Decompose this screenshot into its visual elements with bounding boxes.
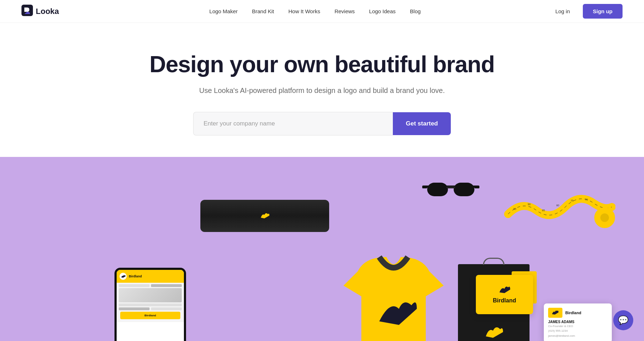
product-tape-measure: 95 90 85 80 75 70 xyxy=(501,186,615,230)
tablet-footer-brand: Birdland xyxy=(120,312,180,319)
svg-rect-6 xyxy=(474,187,479,188)
nav-reviews[interactable]: Reviews xyxy=(335,8,355,14)
tablet-content-image xyxy=(119,288,182,302)
bag-bird-icon xyxy=(483,325,504,341)
svg-rect-2 xyxy=(427,183,448,196)
nav-brand-kit[interactable]: Brand Kit xyxy=(252,8,274,14)
product-tshirt xyxy=(343,250,444,341)
bizcard-bird-icon xyxy=(551,310,559,316)
tape-measure-svg: 95 90 85 80 75 70 xyxy=(501,186,615,228)
content-block-2 xyxy=(151,284,182,287)
bizcard-details: Co-Founder & CEO (415) 555-1234 james@bi… xyxy=(548,324,608,338)
content-block-5 xyxy=(151,307,182,310)
bag-handle xyxy=(483,258,504,265)
tablet-content: Birdland xyxy=(117,283,184,322)
bizcard-header: Birdland xyxy=(548,308,608,318)
hero-subtitle: Use Looka's AI-powered platform to desig… xyxy=(7,87,637,95)
yellow-card-bird-icon xyxy=(498,285,511,295)
looka-logo-icon xyxy=(21,5,33,18)
hero-form: Get started xyxy=(193,112,451,135)
get-started-button[interactable]: Get started xyxy=(393,112,451,135)
hero-section: Design your own beautiful brand Use Look… xyxy=(0,23,644,157)
svg-rect-4 xyxy=(447,186,455,188)
tablet-row-2 xyxy=(119,303,182,306)
brand-logo[interactable]: Looka xyxy=(21,5,59,18)
company-name-input[interactable] xyxy=(193,112,393,135)
content-block-1 xyxy=(119,284,150,287)
showcase-section: Birdland Birdland xyxy=(0,157,644,341)
tablet-bird-icon xyxy=(119,273,127,280)
navbar-actions: Log in Sign up xyxy=(550,4,623,19)
svg-rect-5 xyxy=(422,187,427,188)
svg-text:85: 85 xyxy=(542,209,545,212)
tshirt-svg xyxy=(343,250,444,341)
bizcard-person-name: JAMES ADAMS xyxy=(548,320,608,324)
roll-bird-icon xyxy=(259,212,270,220)
nav-how-it-works[interactable]: How It Works xyxy=(288,8,320,14)
content-block-4 xyxy=(119,307,150,310)
nav-blog[interactable]: Blog xyxy=(410,8,421,14)
product-roll: Birdland xyxy=(200,200,329,232)
product-yellow-card: Birdland xyxy=(476,275,533,314)
products-container: Birdland Birdland xyxy=(0,157,644,341)
svg-text:70: 70 xyxy=(585,198,588,201)
tablet-screen: Birdland Birdland xyxy=(117,270,184,341)
hero-title: Design your own beautiful brand xyxy=(7,51,637,78)
svg-text:80: 80 xyxy=(556,204,559,207)
sunglasses-svg xyxy=(422,178,479,200)
bizcard-email: james@birdland.com xyxy=(548,334,575,337)
nav-logo-ideas[interactable]: Logo Ideas xyxy=(369,8,396,14)
chat-icon: 💬 xyxy=(618,315,629,325)
login-button[interactable]: Log in xyxy=(550,5,576,17)
bizcard-brand-name: Birdland xyxy=(565,311,581,315)
yellow-card-brand-name: Birdland xyxy=(493,297,516,304)
bizcard-person-info: JAMES ADAMS Co-Founder & CEO (415) 555-1… xyxy=(548,320,608,338)
svg-text:90: 90 xyxy=(528,203,531,206)
svg-text:75: 75 xyxy=(571,199,574,202)
navbar: Looka Logo Maker Brand Kit How It Works … xyxy=(0,0,644,23)
svg-text:95: 95 xyxy=(513,208,516,210)
chat-button[interactable]: 💬 xyxy=(613,310,633,330)
bizcard-logo-box xyxy=(548,308,562,318)
tablet-row-1 xyxy=(119,284,182,287)
tablet-header: Birdland xyxy=(117,270,184,283)
svg-point-8 xyxy=(600,213,609,222)
product-tablet: Birdland Birdland xyxy=(114,268,186,341)
product-sunglasses xyxy=(422,178,479,201)
bizcard-title: Co-Founder & CEO xyxy=(548,325,573,328)
nav-links: Logo Maker Brand Kit How It Works Review… xyxy=(80,8,550,14)
product-business-card: Birdland JAMES ADAMS Co-Founder & CEO (4… xyxy=(544,303,612,341)
brand-name: Looka xyxy=(36,7,59,16)
tablet-brand-name: Birdland xyxy=(129,275,142,278)
content-block-3 xyxy=(119,303,182,306)
tablet-row-3 xyxy=(119,307,182,310)
bizcard-phone: (415) 555-1234 xyxy=(548,329,568,332)
svg-rect-3 xyxy=(454,183,474,196)
nav-logo-maker[interactable]: Logo Maker xyxy=(209,8,238,14)
signup-button[interactable]: Sign up xyxy=(583,4,623,19)
